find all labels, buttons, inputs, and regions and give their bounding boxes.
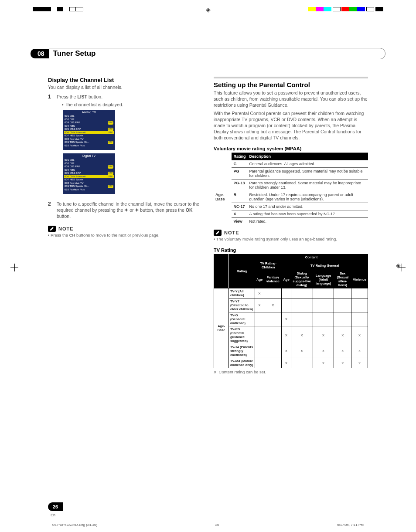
mpaa-table: Rating Description GGeneral audiences. A… [214,152,368,225]
channel-row: 001 C01 [64,115,114,118]
channel-row: 006 CNN InternatiFAV [64,175,114,179]
step-1: 1 Press the LIST button. • The channel l… [48,94,202,197]
table-row: NC-17No one 17 and under admitted. [214,203,368,210]
col-header: Sex (Sexual situa-tions) [334,271,351,288]
footer-metadata: 09-PDP42A3HD-Eng (24-30) 26 5/17/05, 7:1… [52,523,364,527]
tv-rating-table: Rating Content TV Rating-Children TV Rat… [214,254,368,368]
subheading: TV Rating [214,247,368,253]
channel-row: 009 TBS Sports Ch...FAV [64,141,114,144]
channel-row: 008 Fox Live TV [64,138,114,141]
row-side-label: Age-Base [214,191,232,203]
step-number: 1 [48,94,53,197]
note-label: NOTE [58,226,74,231]
table-row: XA rating that has now been superseded b… [214,210,368,218]
channel-row: 010 Fashion Plus [64,188,114,192]
section-heading: Display the Channel List [48,77,202,83]
center-reg-icon: ◈ [206,6,211,13]
channel-row: 006 CNN InternatiFAV [64,131,114,135]
channel-row: 009 TBS Sports Ch...FAV [64,185,114,188]
footer-file: 09-PDP42A3HD-Eng (24-30) [52,523,97,527]
table-row: PG-13Parents strongly cautioned. Some ma… [214,180,368,191]
channel-row: 004 KBS [64,125,114,128]
channel-row: 003 C03 FAVFAV [64,165,114,169]
col-header: Age [282,271,291,288]
channel-list-analog: Analog TV 001 C01002 C02003 C03 FAVFAV00… [63,110,115,150]
table-footnote: X: Content rating can be set. [214,369,368,375]
channel-row: 007 NBS Sports [64,134,114,138]
channel-list-digital: Digital TV 001 C01002 C02003 C03 FAVFAV0… [63,153,115,194]
table-row: TV-14 (Parents strongly cautioned)XXXXX [214,344,368,358]
note-block: NOTE [214,230,368,236]
tvbox-title: Analog TV [64,111,114,115]
col-header: TV Rating-General [282,261,368,271]
col-header: Rating [229,254,255,288]
channel-row: 005 MBS FAVFAV [64,172,114,175]
table-row: TV-PG (Parental guidance suggested)XXXXX [214,326,368,344]
col-header: Violence [351,271,368,288]
channel-row: 001 C01 [64,159,114,162]
tvbox-title: Digital TV [64,154,114,158]
chapter-number-badge: 08 [31,49,49,58]
chapter-title: Tuner Setup [49,48,385,59]
note-label: NOTE [224,230,239,235]
footer-date: 5/17/05, 7:11 PM [337,523,364,527]
table-row: PGParental guidance suggested. Some mate… [214,168,368,180]
note-block: NOTE [48,226,202,232]
col-header: Rating [232,153,247,160]
table-row: TV-G (Genaeral audience)X [214,312,368,326]
col-header: Content [255,254,368,261]
channel-row: 003 C03 FAVFAV [64,121,114,125]
chapter-header: 08 Tuner Setup [31,48,385,59]
footer-page: 26 [215,523,219,527]
note-text: • Press the CH buttons to move to the ne… [48,233,202,238]
paragraph: This feature allows you to set a passwor… [214,90,368,108]
channel-row: 008 Fox Live TV [64,182,114,185]
channel-row: 002 C02 [64,162,114,166]
page-number-badge: 26 [48,502,63,511]
crop-mark-icon: ◈ [398,264,406,271]
col-header: Dialog (Sexually sugges-tive dialog) [291,271,313,288]
step-number: 2 [48,201,53,221]
col-header: Description [247,153,368,160]
col-header: Age [255,271,264,288]
table-row: Age-BaseRRestricted. Under 17 requires a… [214,191,368,203]
step-2: 2 To tune to a specific channel in the c… [48,201,202,221]
pencil-icon [48,226,56,232]
table-row: ViewNot rated. [214,218,368,225]
page-lang: En [51,513,55,517]
table-row: TV-MA (Mature audience only)XXXX [214,358,368,368]
table-row: GGeneral audiences. All ages admitted. [214,160,368,168]
pencil-icon [214,230,222,236]
col-header: TV Rating-Children [255,261,282,271]
channel-row: 007 NBS Sports [64,178,114,182]
step-text: Press the LIST button. [57,94,202,100]
channel-row: 002 C02 [64,118,114,122]
channel-row: 004 KBS [64,169,114,172]
col-header: Language (Adult language) [313,271,334,288]
channel-row: 005 MBS FAVFAV [64,128,114,131]
crop-mark-icon [10,264,18,271]
section-heading: Setting up the Parental Control [214,77,368,88]
step-bullet: • The channel list is displayed. [62,102,202,108]
step-text: To tune to a specific channel in the cha… [57,201,202,220]
subheading: Voluntary movie rating system (MPAA) [214,146,368,151]
table-row: TV-Y7 (Directed to older children)XX [214,298,368,312]
channel-row: 010 Fashion Plus [64,144,114,148]
row-side-label: Age-Base [214,288,229,368]
up-arrow-icon: ✦ [124,207,128,213]
col-header: Fantasy violence [264,271,282,288]
table-row: Age-BaseTV-Y (All children)X [214,288,368,298]
paragraph: With the Parental Control parents can pr… [214,110,368,141]
registration-marks: ◈ [0,4,416,17]
note-text: • The voluntary movie rating system only… [214,237,368,242]
section-intro: You can display a list of all channels. [48,84,202,90]
